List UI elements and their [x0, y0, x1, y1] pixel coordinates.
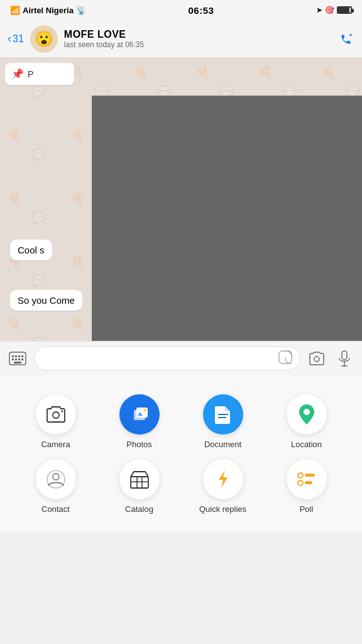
- svg-rect-19: [136, 408, 148, 418]
- svg-rect-2: [12, 355, 14, 357]
- back-chevron-icon: ‹: [8, 32, 11, 45]
- media-panel: [92, 96, 362, 341]
- svg-point-23: [304, 409, 310, 415]
- catalog-label: Catalog: [125, 504, 153, 514]
- camera-circle: [36, 394, 76, 435]
- attach-poll[interactable]: Poll: [270, 459, 343, 514]
- svg-rect-4: [18, 355, 20, 357]
- quickreplies-circle: [203, 459, 243, 499]
- document-label: Document: [204, 440, 241, 449]
- message-input-container[interactable]: [34, 347, 300, 370]
- wifi-icon: 📡: [76, 6, 86, 15]
- location-circle: [287, 394, 327, 435]
- svg-rect-5: [21, 355, 23, 357]
- quickreplies-label: Quick replies: [199, 504, 246, 514]
- photos-label: Photos: [126, 440, 151, 449]
- status-left: 📶 Airtel Nigeria 📡: [10, 6, 86, 15]
- attach-photos[interactable]: Photos: [102, 394, 176, 449]
- message-input[interactable]: [42, 353, 278, 364]
- poll-label: Poll: [300, 504, 314, 514]
- attach-catalog[interactable]: Catalog: [102, 459, 176, 514]
- contact-status: last seen today at 06:35: [64, 40, 338, 49]
- svg-rect-34: [305, 481, 312, 484]
- target-icon: 🎯: [325, 6, 334, 14]
- svg-rect-26: [131, 477, 148, 488]
- document-circle: [203, 394, 243, 435]
- back-count: 31: [13, 33, 24, 45]
- back-button[interactable]: ‹ 31: [8, 32, 24, 45]
- svg-point-25: [53, 474, 59, 480]
- svg-point-33: [298, 480, 303, 486]
- status-right: ➤ 🎯: [316, 6, 352, 14]
- chat-header: ‹ 31 😮 MOFE LOVE last seen today at 06:3…: [0, 20, 362, 58]
- carrier-name: Airtel Nigeria: [23, 6, 74, 15]
- svg-rect-10: [14, 362, 21, 364]
- svg-rect-6: [12, 358, 14, 360]
- pinned-message[interactable]: 📌 P: [5, 63, 74, 85]
- svg-point-17: [61, 411, 63, 413]
- sticker-icon[interactable]: [278, 350, 292, 367]
- svg-rect-7: [15, 358, 17, 360]
- input-bar: [0, 341, 362, 375]
- attach-camera[interactable]: Camera: [19, 394, 92, 449]
- svg-point-31: [298, 473, 303, 478]
- status-bar: 📶 Airtel Nigeria 📡 06:53 ➤ 🎯: [0, 0, 362, 20]
- contact-circle: [36, 459, 76, 499]
- camera-button[interactable]: [305, 347, 328, 370]
- attach-location[interactable]: Location: [270, 394, 343, 449]
- svg-rect-8: [18, 358, 20, 360]
- status-time: 06:53: [189, 5, 214, 16]
- attach-contact[interactable]: Contact: [19, 459, 92, 514]
- keyboard-toggle-button[interactable]: [6, 347, 29, 370]
- poll-circle: [287, 459, 327, 499]
- svg-rect-13: [342, 351, 347, 360]
- pinned-text: P: [28, 69, 33, 79]
- call-button[interactable]: +: [338, 31, 354, 47]
- microphone-button[interactable]: [333, 347, 356, 370]
- attachment-grid: Camera Photos: [6, 388, 356, 520]
- chat-area: 📌 P Cool s So you Come: [0, 58, 362, 341]
- svg-rect-32: [305, 474, 315, 477]
- chat-bubble-1: Cool s: [10, 240, 52, 260]
- contact-label: Contact: [41, 504, 70, 514]
- catalog-circle: [119, 459, 160, 499]
- pin-icon: 📌: [11, 68, 24, 80]
- chat-bubble-2: So you Come: [10, 290, 82, 311]
- svg-text:+: +: [349, 31, 353, 38]
- attach-document[interactable]: Document: [186, 394, 260, 449]
- nav-icon: ➤: [316, 6, 322, 14]
- attachment-menu: Camera Photos: [0, 375, 362, 533]
- photos-circle: [119, 394, 160, 435]
- camera-label: Camera: [41, 440, 70, 449]
- contact-name: MOFE LOVE: [64, 29, 338, 40]
- attach-quickreplies[interactable]: Quick replies: [186, 459, 260, 514]
- svg-point-20: [144, 409, 146, 411]
- location-label: Location: [291, 440, 322, 449]
- svg-point-12: [314, 357, 319, 362]
- battery-icon: [337, 6, 352, 14]
- signal-icon: 📶: [10, 6, 20, 15]
- svg-point-16: [53, 412, 59, 418]
- svg-rect-9: [21, 358, 23, 360]
- avatar: 😮: [30, 25, 58, 53]
- svg-rect-3: [15, 355, 17, 357]
- contact-info: MOFE LOVE last seen today at 06:35: [64, 29, 338, 49]
